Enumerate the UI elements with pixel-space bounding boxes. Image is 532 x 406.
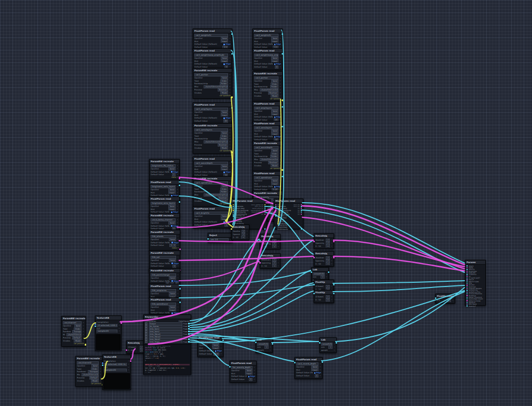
magenta-port[interactable] (121, 322, 122, 324)
cyan-port[interactable] (322, 361, 323, 363)
param-value-field[interactable]: 0 (275, 66, 278, 69)
param-value-field[interactable]: Mode (220, 200, 228, 203)
param-row[interactable]: Default Value1⌄ (296, 374, 321, 377)
subheader-right[interactable]: Code/Inputs (179, 320, 189, 322)
output-port[interactable] (188, 338, 190, 340)
param-name-row[interactable]: (2 selected) 1000 GL⌄ (97, 324, 120, 327)
param-row[interactable]: Default Value0⌄ (254, 66, 281, 69)
param-value-field[interactable]: ✓ (447, 299, 451, 302)
output-port[interactable] (264, 206, 265, 207)
cyan-port[interactable] (328, 271, 329, 273)
output-port[interactable] (188, 333, 190, 335)
node-header[interactable]: FloatParam read (253, 172, 282, 176)
yellow-port[interactable] (231, 96, 233, 98)
cyan-port[interactable] (179, 201, 180, 203)
tex-1[interactable]: TextureKBCompilation⌄(2 selected) 1000 G… (95, 316, 122, 351)
param-row[interactable]: 0 : 50+⌄ (261, 245, 279, 248)
node-header[interactable]: ParamRW recreate (150, 251, 180, 255)
edge-toggle[interactable] (223, 117, 225, 119)
node-header[interactable]: RescaleJq (232, 225, 249, 229)
wire-cy-31[interactable] (272, 342, 318, 343)
keyword-name-field[interactable]: Amb_Steps (149, 340, 183, 343)
output-port[interactable] (188, 328, 190, 330)
fp-b2[interactable]: FloatParam readvar2_weight/warp_amplitud… (252, 48, 283, 70)
edge-toggle[interactable] (171, 280, 173, 282)
output-port[interactable] (188, 325, 190, 327)
param-value-field[interactable]: Mode (271, 164, 278, 167)
param-name-row[interactable]: (2 selected) 1000 GL⌄ (104, 363, 129, 366)
node-header[interactable]: FloatDescend (436, 294, 455, 298)
recr-a3[interactable]: ParamRW recreatevar1_portion⌄OpsiDistbas… (193, 68, 232, 99)
cyan-port[interactable] (282, 176, 283, 177)
node-header[interactable]: ParamRW recreate (253, 191, 282, 195)
cyan-port[interactable] (333, 293, 335, 294)
wire-cy-33[interactable] (222, 338, 255, 341)
node-header[interactable]: FloatParam read (295, 358, 322, 362)
input-port[interactable] (467, 305, 468, 306)
keyword-row[interactable]: Amb_StepsFloat (145, 340, 190, 343)
param-name-field[interactable]: (2 selected) 1000 GL (104, 363, 127, 366)
node-header[interactable]: FloatParam read (150, 298, 180, 302)
output-port[interactable] (301, 206, 302, 207)
node-graph-canvas[interactable]: FloatParam readvar1_weights/hi⌄OpsiDistb… (0, 0, 532, 406)
magenta-port[interactable] (179, 178, 180, 179)
cyan-port[interactable] (179, 185, 180, 186)
param-name-row[interactable]: vec 1/4⌄ (209, 238, 231, 241)
node-header[interactable]: ParamRW recreate (253, 72, 282, 76)
wire-cy-19[interactable] (333, 285, 464, 292)
param-value-field[interactable]: Mode (91, 379, 99, 383)
fp-b5[interactable]: FloatParam readvar2_sens/layers⌄OpsiDist… (252, 121, 283, 143)
param-name-row[interactable]: sampler2D⌄ (97, 330, 120, 333)
cyan-port[interactable] (336, 342, 337, 344)
edge-toggle[interactable] (314, 372, 315, 374)
param-value-field[interactable]: 0.8 (214, 352, 219, 356)
recr-b6[interactable]: ParamRW recreatevar2_wave/depth⌄OpsiDist… (252, 141, 283, 172)
output-port[interactable] (188, 341, 190, 343)
param-value-field[interactable]: base (168, 221, 176, 225)
node-header[interactable]: FloatParam read (193, 29, 232, 33)
edge-toggle[interactable] (223, 63, 225, 65)
output-port[interactable] (301, 204, 302, 205)
resc-2[interactable]: RescaleJq(boolean)✓⌄Spanning✓⌄0 : 50+⌄ (260, 234, 281, 250)
param-row[interactable]: 0 : 50+⌄ (315, 263, 332, 266)
param-row[interactable]: weight⌄ (321, 349, 335, 352)
node-header[interactable]: Keyworder (144, 315, 191, 319)
wire-cy-13[interactable] (179, 285, 313, 298)
params-out[interactable]: ParamsAttackAlphaVelocityBrightnessSUBLI… (465, 260, 486, 306)
output-port[interactable] (264, 204, 265, 205)
node-header[interactable]: FloatParam read (193, 103, 232, 107)
edge-toggle[interactable] (223, 44, 225, 45)
param-value-field[interactable]: 1 (249, 378, 252, 381)
param-value-field[interactable]: Mode (220, 147, 228, 150)
fp-b1[interactable]: FloatParam readvar2_weights/hi⌄OpsiDistb… (252, 29, 283, 50)
output-port[interactable] (301, 228, 302, 229)
cyan-port[interactable] (231, 107, 233, 109)
wire-mg-38[interactable] (334, 240, 464, 267)
lab-3[interactable]: Labsmooth/linear⌄min+⌄weight⌄ (320, 337, 337, 353)
cyan-port[interactable] (282, 106, 283, 108)
fp-bm1[interactable]: FloatParam readOrb_wave/xy_depth⌄OpsiDis… (197, 335, 223, 357)
resc-5[interactable]: RescaleJq(boolean)✓⌄Spanning✓⌄0 : 50+⌄ (314, 251, 334, 267)
cyan-port[interactable] (222, 339, 224, 341)
node-header[interactable]: FloatParam read (150, 284, 180, 289)
cyan-port[interactable] (333, 284, 335, 285)
wire-mg-41[interactable] (179, 261, 259, 281)
wire-yl-5[interactable] (84, 323, 96, 338)
wire-mg-37[interactable] (179, 240, 313, 242)
param-value-field[interactable]: + (272, 265, 276, 268)
node-header[interactable]: MixParams read (232, 199, 267, 203)
edge-toggle[interactable] (171, 242, 173, 243)
recr-l1[interactable]: ParamRW recreatelong/name_My_status⌄Opsi… (149, 159, 180, 181)
param-name-field[interactable]: sampler2D (97, 330, 117, 333)
edge-toggle[interactable] (274, 44, 275, 45)
recr-bl1[interactable]: ParamBW recreatevec/channel⌄OpsiDistbase… (61, 316, 86, 347)
fp-a4[interactable]: FloatParam readvar1_amp/layers⌄OpsiDistb… (193, 102, 232, 124)
node-header[interactable]: ParamRW recreate (193, 124, 232, 128)
recr-bl2[interactable]: ParamBW recreatevec/channel2⌄OpsiDistbas… (75, 356, 103, 387)
param-row[interactable]: Default Value1⌄ (194, 224, 231, 227)
cyan-port[interactable] (231, 53, 233, 55)
node-header[interactable]: MixParams read (274, 199, 303, 203)
node-header[interactable]: FloatParam read (253, 102, 282, 106)
param-value-field[interactable]: 1 (315, 374, 318, 377)
fup-2[interactable]: FloatUp(0-base)✓⌄0 : 50+⌄ (314, 290, 334, 303)
